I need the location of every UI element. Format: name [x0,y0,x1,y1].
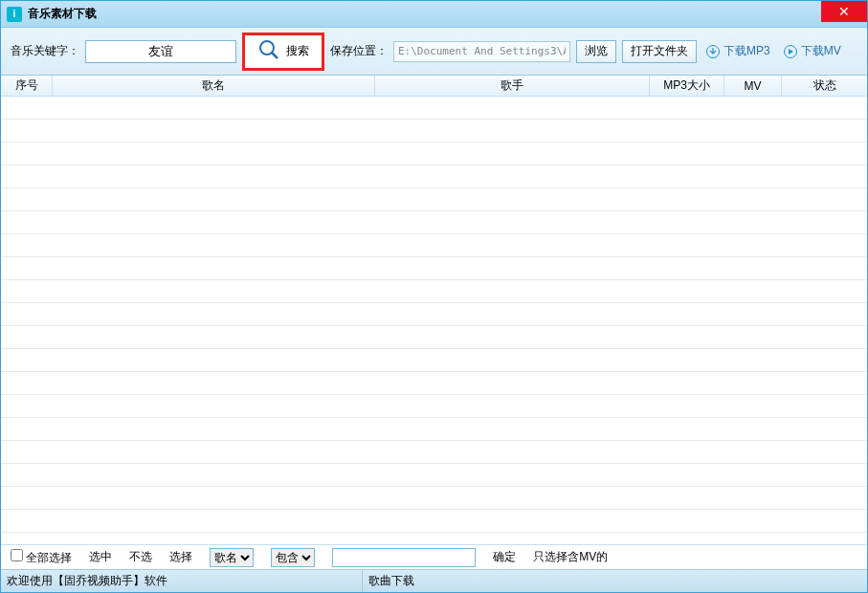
deselect-link[interactable]: 不选 [129,549,152,565]
close-button[interactable]: ✕ [821,1,867,22]
download-icon [706,45,720,58]
table-row [1,234,867,257]
table-row [1,418,867,441]
filter-value-input[interactable] [332,548,476,567]
col-no[interactable]: 序号 [1,76,53,96]
confirm-link[interactable]: 确定 [493,549,516,565]
col-state[interactable]: 状态 [782,76,867,96]
browse-button[interactable]: 浏览 [576,40,616,63]
close-icon: ✕ [838,4,850,19]
titlebar: i 音乐素材下载 ✕ [1,1,867,28]
table-body[interactable] [1,97,867,544]
app-icon: i [7,7,22,22]
only-mv-label: 只选择含MV的 [533,549,608,565]
status-left: 欢迎使用【固乔视频助手】软件 [1,570,363,592]
select-all-input[interactable] [11,549,23,561]
table-row [1,349,867,372]
filter-op-select[interactable]: 包含 [271,548,315,567]
select-all-label: 全部选择 [26,551,72,564]
search-button[interactable]: 搜索 [242,33,324,71]
keyword-input[interactable] [85,40,236,63]
table-row [1,120,867,143]
table-row [1,280,867,303]
table-row [1,326,867,349]
status-bar: 欢迎使用【固乔视频助手】软件 歌曲下载 [1,569,867,592]
download-mv-button[interactable]: 下载MV [780,43,845,59]
table-row [1,211,867,234]
download-mp3-label: 下载MP3 [723,43,770,59]
keyword-label: 音乐关键字： [11,43,79,59]
filter-bar: 全部选择 选中 不选 选择 歌名 包含 确定 只选择含MV的 [1,544,867,569]
play-icon [784,45,797,58]
toolbar: 音乐关键字： 搜索 保存位置： 浏览 打开文件夹 下载MP3 下载MV [1,28,867,76]
table-row [1,143,867,165]
search-label: 搜索 [286,43,309,59]
search-icon [257,38,280,64]
table-row [1,441,867,464]
select-link[interactable]: 选中 [89,549,112,565]
col-mv[interactable]: MV [724,76,782,96]
savepath-label: 保存位置： [330,43,388,59]
select-all-checkbox[interactable]: 全部选择 [11,549,72,566]
table-row [1,97,867,120]
open-folder-button[interactable]: 打开文件夹 [622,40,697,63]
table-row [1,464,867,487]
download-mv-label: 下载MV [801,43,841,59]
choose-label: 选择 [169,549,192,565]
svg-line-1 [272,53,278,58]
savepath-field[interactable] [393,41,570,62]
table-row [1,188,867,211]
col-artist[interactable]: 歌手 [375,76,650,96]
table-row [1,303,867,326]
status-right: 歌曲下载 [363,573,414,589]
table-row [1,257,867,280]
table-row [1,372,867,395]
window-title: 音乐素材下载 [28,6,97,22]
table-row [1,395,867,418]
table-row [1,487,867,510]
col-size[interactable]: MP3大小 [650,76,724,96]
col-name[interactable]: 歌名 [53,76,375,96]
filter-field-select[interactable]: 歌名 [210,548,254,567]
download-mp3-button[interactable]: 下载MP3 [702,43,774,59]
svg-point-0 [260,41,274,55]
table-row [1,165,867,188]
table-header: 序号 歌名 歌手 MP3大小 MV 状态 [1,76,867,97]
table-row [1,510,867,533]
